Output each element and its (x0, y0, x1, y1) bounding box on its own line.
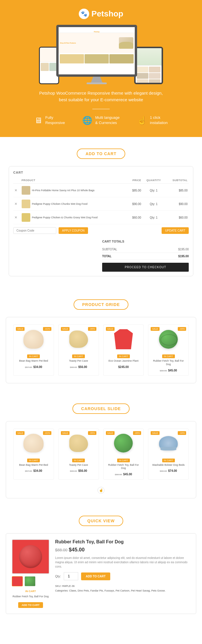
qv-categories-label: Categories: (55, 589, 68, 592)
qv-add-bottom-wrapper: ADD TO CART (12, 602, 49, 608)
tablet-prod-5 (137, 79, 148, 84)
product-name-4: Rubber Fetch Toy, Ball For Dog (151, 359, 186, 366)
qv-status-label: IN CART (12, 590, 49, 593)
subtotal-value: $195.00 (178, 248, 189, 251)
carousel-new-4: $74.00 (168, 469, 177, 472)
carousel-ball-img (114, 434, 133, 453)
carousel-new-3: $45.00 (123, 473, 132, 476)
product-name-2: Pedigree Puppy Chicken Chunks Wet Dog Fo… (32, 202, 87, 205)
carousel-badge-1: SALE (16, 431, 25, 435)
update-cart-button[interactable]: UPDATE CART (162, 227, 189, 234)
hero-logo: 🐾 Petshop (6, 9, 196, 19)
product-img-4 (151, 328, 186, 351)
carousel-items: SALE -41% IN CART Bean Bag Warm Pet Bed … (10, 426, 192, 482)
carousel-img-1 (16, 432, 51, 455)
tablet-hero (136, 48, 162, 65)
carousel-old-1: $57.00 (25, 470, 32, 472)
feature-multilang-line2: & Currencies (95, 120, 120, 125)
new-price-4: $45.00 (168, 369, 177, 372)
monitor-hero-image (119, 37, 133, 49)
product-grid: SALE -41% IN CART Bean Bag Warm Pet Bed … (10, 322, 192, 378)
product-card-1[interactable]: SALE -41% IN CART Bean Bag Warm Pet Bed … (13, 324, 54, 375)
qv-sku-row: SKU: HMPLE-36 (55, 584, 190, 588)
carousel-prices-2: $86.00 $56.00 (61, 468, 96, 473)
carousel-img-2 (61, 432, 96, 455)
phone-thumb-1 (41, 63, 49, 71)
carousel-item-2[interactable]: SALE -35% IN CART Toasty Pet Cave $86.00… (58, 429, 99, 480)
feature-multilang: 🌐 Multi language & Currencies (82, 115, 120, 125)
feature-oneclick-line1: 1 click (150, 115, 168, 120)
add-to-cart-title-wrapper: ADD TO CART (6, 149, 196, 159)
phone-screen-top (40, 48, 58, 62)
qv-sku-value: HMPLE-36 (62, 585, 75, 587)
hero-divider (92, 109, 110, 109)
monitor-base (87, 82, 107, 84)
cart-product-1: Hi-Pins Foldable Home Savoy Art Plus 10 … (22, 186, 126, 195)
total-label: TOTAL (102, 255, 111, 258)
globe-icon: 🌐 (82, 116, 92, 125)
quick-view-title-wrapper: QUICK VIEW (6, 516, 196, 526)
qv-product-title: Rubber Fetch Toy, Ball For Dog (55, 539, 190, 545)
carousel-navigation: ☝ (10, 487, 192, 494)
monitor-hero-text-block: Shop All Pets Products (60, 42, 76, 44)
new-price-2: $56.00 (78, 365, 87, 369)
remove-btn-3[interactable]: ✕ (14, 215, 17, 219)
apply-coupon-button[interactable]: APPLY COUPON (59, 227, 88, 234)
qv-thumb-1[interactable] (12, 576, 23, 586)
product-badge-2: SALE (61, 327, 70, 331)
product-price-3: $60.00 (132, 216, 141, 219)
jacket-img (114, 329, 133, 349)
product-prices-4: $88.00 $45.00 (151, 367, 186, 373)
qv-qty-input[interactable] (64, 572, 78, 580)
remove-btn-2[interactable]: ✕ (14, 202, 17, 206)
device-mockups: Petshop Shop All Pets Products (6, 25, 196, 84)
carousel-old-2: $86.00 (70, 470, 77, 472)
carousel-item-3[interactable]: SALE -49% IN CART Rubber Fetch Toy, Ball… (103, 429, 144, 480)
product-status-2: IN CART (72, 354, 85, 358)
product-card-3[interactable]: SALE IN CART Eco Ocean Jasmine Plant $24… (103, 324, 144, 375)
feature-oneclick-text: 1 click installation (150, 115, 168, 125)
carousel-nav-icon[interactable]: ☝ (98, 487, 104, 494)
product-thumb-1 (22, 186, 30, 195)
qv-meta-info: SKU: HMPLE-36 Categories: Claws, Dino Pe… (55, 584, 190, 593)
subtotal-label: SUBTOTAL (102, 248, 117, 251)
carousel-status-4: IN CART (162, 459, 175, 462)
qv-add-cart-bottom-btn[interactable]: ADD TO CART (18, 602, 43, 608)
carousel-item-1[interactable]: SALE -41% IN CART Bean Bag Warm Pet Bed … (13, 429, 54, 480)
tablet-prod-3 (137, 73, 148, 79)
carousel-item-4[interactable]: SALE -16% IN CART Washable Bolster Dog B… (148, 429, 189, 480)
cat-body (119, 42, 133, 49)
qv-thumbnails (12, 576, 49, 586)
carousel-new-1: $34.00 (33, 469, 42, 472)
thumb-2 (85, 54, 109, 63)
product-name-1: Hi-Pins Foldable Home Savoy Art Plus 10 … (32, 189, 95, 192)
carousel-prices-1: $57.00 $34.00 (16, 468, 51, 473)
product-prices-1: $57.00 $34.00 (16, 364, 51, 369)
quick-view-images: IN CART Rubber Fetch Toy, Ball For Dog A… (12, 539, 49, 608)
tablet-products-grid (136, 65, 162, 84)
carousel-badge: CAROUSEL SLIDE (72, 403, 129, 414)
tablet-prod-6 (149, 79, 160, 84)
product-prices-2: $86.00 $56.00 (61, 364, 96, 369)
add-to-cart-badge[interactable]: ADD TO CART (77, 149, 125, 159)
qv-thumb-2[interactable] (25, 576, 35, 586)
qv-add-to-cart-button[interactable]: ADD TO CART (81, 572, 110, 580)
product-subtotal-1: $85.00 (179, 189, 188, 192)
carousel-sale-1: -41% (43, 431, 51, 435)
checkout-button[interactable]: PROCEED TO CHECKOUT (102, 263, 189, 272)
product-name-1: Bean Bag Warm Pet Bed (16, 359, 51, 363)
carousel-name-1: Bean Bag Warm Pet Bed (16, 463, 51, 467)
new-price-1: $34.00 (33, 365, 42, 369)
carousel-prices-4: $88.00 $74.00 (151, 468, 186, 473)
coupon-input[interactable] (13, 227, 56, 234)
carousel-badge-3: SALE (106, 431, 115, 435)
monitor-header: Petshop (59, 27, 135, 33)
remove-btn-1[interactable]: ✕ (14, 188, 17, 192)
cat-img (23, 330, 44, 349)
product-card-2[interactable]: SALE -35% IN CART Toasty Pet Cave $86.00… (58, 324, 99, 375)
product-badge-1: SALE (16, 327, 25, 331)
tablet-prod-2 (149, 67, 160, 72)
feature-responsive-line2: Responsive (45, 120, 65, 125)
product-card-4[interactable]: SALE -49% IN CART Rubber Fetch Toy, Ball… (148, 324, 189, 375)
cart-actions: APPLY COUPON UPDATE CART (13, 227, 189, 234)
